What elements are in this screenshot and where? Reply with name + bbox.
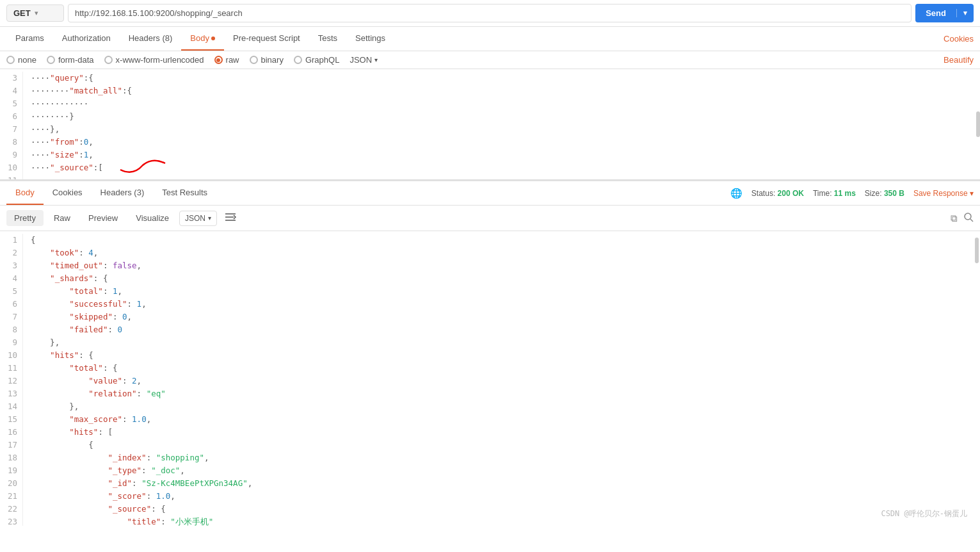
watermark: CSDN @呼伦贝尔-钢蛋儿 bbox=[881, 508, 967, 519]
time-stat: Time: 11 ms bbox=[813, 189, 856, 198]
response-code-content: { "took": 4, "timed_out": false, "_shard… bbox=[23, 234, 980, 526]
tab-authorization[interactable]: Authorization bbox=[53, 27, 120, 51]
size-value: 350 B bbox=[884, 189, 904, 198]
radio-graphql bbox=[294, 56, 302, 64]
opt-formdata[interactable]: form-data bbox=[47, 55, 94, 65]
search-icon[interactable] bbox=[964, 213, 974, 224]
send-button[interactable]: Send ▾ bbox=[915, 4, 974, 22]
request-body-editor[interactable]: 3 4 5 6 7 8 9 10 11 12 13 ····"query":{ … bbox=[0, 69, 980, 181]
radio-binary bbox=[250, 56, 258, 64]
svg-line-4 bbox=[970, 219, 973, 222]
response-status-bar: 🌐 Status: 200 OK Time: 11 ms Size: 350 B… bbox=[730, 188, 974, 199]
url-input[interactable] bbox=[68, 4, 912, 22]
radio-formdata bbox=[47, 56, 55, 64]
json-select[interactable]: JSON ▾ bbox=[349, 55, 378, 65]
tab-headers[interactable]: Headers (8) bbox=[120, 27, 182, 51]
send-label: Send bbox=[915, 8, 956, 18]
beautify-button[interactable]: Beautify bbox=[944, 55, 974, 65]
resp-tab-body[interactable]: Body bbox=[6, 181, 44, 205]
size-stat: Size: 350 B bbox=[865, 189, 904, 198]
tab-prerequest[interactable]: Pre-request Script bbox=[224, 27, 309, 51]
opt-none[interactable]: none bbox=[6, 55, 36, 65]
globe-icon: 🌐 bbox=[730, 188, 743, 199]
tab-params[interactable]: Params bbox=[6, 27, 53, 51]
resp-tab-testresults[interactable]: Test Results bbox=[153, 181, 216, 205]
radio-none bbox=[6, 56, 15, 64]
send-arrow: ▾ bbox=[956, 9, 974, 17]
fmt-tab-raw[interactable]: Raw bbox=[46, 210, 78, 226]
save-response-button[interactable]: Save Response ▾ bbox=[913, 189, 974, 198]
response-scrollbar[interactable] bbox=[975, 238, 979, 263]
method-text: GET bbox=[13, 8, 31, 18]
resp-tab-headers[interactable]: Headers (3) bbox=[92, 181, 154, 205]
status-label: Status: 200 OK bbox=[751, 189, 804, 198]
body-options: none form-data x-www-form-urlencoded raw… bbox=[0, 51, 980, 69]
fmt-tab-preview[interactable]: Preview bbox=[81, 210, 125, 226]
resp-tab-cookies[interactable]: Cookies bbox=[44, 181, 92, 205]
request-code-content: ····"query":{ ········"match_all":{ ····… bbox=[23, 72, 980, 181]
wrap-button[interactable] bbox=[220, 209, 241, 227]
response-body-editor[interactable]: 1 2 3 4 5 6 7 8 9 10 11 12 13 14 15 16 1… bbox=[0, 231, 980, 526]
response-tabs-bar: Body Cookies Headers (3) Test Results 🌐 … bbox=[0, 181, 980, 206]
annotation-checkmark bbox=[120, 160, 172, 179]
opt-graphql[interactable]: GraphQL bbox=[294, 55, 339, 65]
response-format-select[interactable]: JSON ▾ bbox=[179, 211, 217, 226]
svg-point-3 bbox=[965, 213, 971, 220]
radio-urlencoded bbox=[104, 56, 113, 64]
request-tabs: Params Authorization Headers (8) Body Pr… bbox=[0, 27, 980, 51]
method-arrow: ▾ bbox=[35, 9, 38, 17]
time-value: 11 ms bbox=[834, 189, 856, 198]
fmt-tab-visualize[interactable]: Visualize bbox=[128, 210, 177, 226]
opt-urlencoded[interactable]: x-www-form-urlencoded bbox=[104, 55, 204, 65]
status-value: 200 OK bbox=[778, 189, 804, 198]
cookies-link[interactable]: Cookies bbox=[944, 34, 974, 44]
response-format-bar: Pretty Raw Preview Visualize JSON ▾ ⧉ bbox=[0, 206, 980, 231]
tab-body[interactable]: Body bbox=[181, 27, 224, 51]
body-dot bbox=[211, 37, 215, 40]
copy-icon[interactable]: ⧉ bbox=[951, 213, 958, 224]
method-select[interactable]: GET ▾ bbox=[6, 4, 64, 22]
request-scrollbar[interactable] bbox=[976, 111, 980, 137]
request-line-numbers: 3 4 5 6 7 8 9 10 11 12 13 bbox=[0, 72, 23, 181]
url-bar: GET ▾ Send ▾ bbox=[0, 0, 980, 27]
tab-settings[interactable]: Settings bbox=[346, 27, 394, 51]
opt-raw[interactable]: raw bbox=[214, 55, 239, 65]
fmt-tab-pretty[interactable]: Pretty bbox=[6, 210, 44, 226]
tab-tests[interactable]: Tests bbox=[309, 27, 346, 51]
response-line-numbers: 1 2 3 4 5 6 7 8 9 10 11 12 13 14 15 16 1… bbox=[0, 234, 23, 526]
radio-raw bbox=[214, 56, 223, 64]
response-right-icons: ⧉ bbox=[951, 213, 974, 224]
opt-binary[interactable]: binary bbox=[250, 55, 284, 65]
